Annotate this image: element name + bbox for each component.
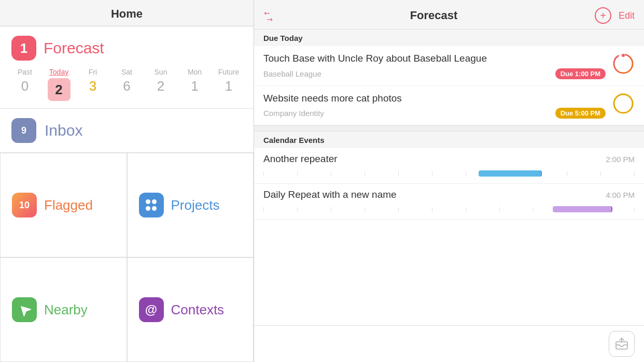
circle-icon-2 [612,92,635,115]
task-content-1: Touch Base with Uncle Roy about Baseball… [263,52,606,79]
day-col-mon[interactable]: Mon 1 [181,68,208,94]
right-header: ↖ ↘ Forecast + Edit [254,0,644,30]
grid-cell-contexts[interactable]: @ Contexts [127,257,254,362]
flagged-badge-num: 10 [19,200,30,211]
forecast-badge: 1 [11,36,36,61]
due-today-label: Due Today [263,34,303,42]
cal-time-1: 2:00 PM [606,155,635,164]
edit-button[interactable]: Edit [619,10,635,21]
timeline-bar-1 [263,169,635,178]
svg-point-3 [622,54,625,57]
tick [398,171,399,176]
cal-item-2[interactable]: Daily Repeat with a new name 4:00 PM [254,184,644,220]
tick [297,171,298,176]
day-label-sun: Sun [155,68,167,76]
inbox-badge: 9 [11,118,36,143]
day-num-mon: 1 [191,78,198,94]
header-actions: + Edit [595,7,635,24]
day-col-sat[interactable]: Sat 6 [114,68,141,94]
grid-cell-flagged[interactable]: 10 Flagged [0,153,127,257]
inbox-action-button[interactable] [609,331,635,357]
day-num-past: 0 [21,78,29,94]
grid-cell-projects[interactable]: Projects [127,153,254,257]
task-item-2[interactable]: Website needs more cat photos Company Id… [254,86,644,126]
day-col-future[interactable]: Future 1 [215,68,242,94]
left-header: Home [0,0,254,26]
flagged-badge: 10 [12,193,37,218]
projects-dots-icon [146,199,157,211]
day-col-today[interactable]: Today 2 [46,68,73,101]
event-bar-2 [553,206,612,212]
tick [432,171,432,176]
inbox-row[interactable]: 9 Inbox [0,109,254,153]
dot3 [146,206,150,211]
cal-item-header-1: Another repeater 2:00 PM [263,153,635,165]
projects-badge [139,193,164,218]
flagged-label: Flagged [44,197,93,213]
right-header-title: Forecast [273,9,595,22]
event-bar-1 [479,170,542,177]
add-button[interactable]: + [595,7,611,24]
tick [600,171,601,176]
tick [567,171,567,176]
contexts-label: Contexts [171,302,225,318]
day-col-past[interactable]: Past 0 [11,68,38,94]
tick [634,171,635,176]
dot1 [146,199,150,204]
svg-point-2 [614,54,633,73]
svg-marker-0 [18,303,31,316]
nearby-badge [12,297,37,322]
day-num-sun: 2 [157,78,164,94]
due-badge-1: Due 1:00 PM [555,68,606,79]
tick [365,171,365,176]
day-num-fri: 3 [89,78,96,94]
right-panel: ↖ ↘ Forecast + Edit Due Today Touch Base… [254,0,644,362]
forecast-label: Forecast [44,39,104,57]
cal-title-1: Another repeater [263,153,338,165]
cal-title-2: Daily Repeat with a new name [263,189,397,200]
task-project-1: Baseball League [263,69,321,78]
nearby-icon [18,303,31,316]
task-title-1: Touch Base with Uncle Roy about Baseball… [263,52,606,65]
task-footer-2: Company Identity Due 5:00 PM [263,108,606,119]
calendar-label: Calendar Events [263,136,325,144]
tick [263,171,264,176]
day-col-sun[interactable]: Sun 2 [147,68,174,94]
tick [365,207,365,211]
separator [254,125,644,132]
grid-cell-nearby[interactable]: Nearby [0,257,127,362]
cal-item-1[interactable]: Another repeater 2:00 PM [254,148,644,184]
due-badge-2: Due 5:00 PM [555,108,606,119]
tick [297,207,298,211]
svg-rect-5 [616,342,627,349]
forecast-row[interactable]: 1 Forecast Past 0 Today 2 Fri 3 Sat 6 [0,26,254,109]
grid-2x2: 10 Flagged Projects Nearby [0,153,254,362]
timeline-ticks-1 [263,171,635,176]
left-title: Home [111,7,143,20]
dot4 [152,206,157,211]
day-num-sat: 6 [123,78,130,94]
day-col-fri[interactable]: Fri 3 [79,68,106,94]
task-item-1[interactable]: Touch Base with Uncle Roy about Baseball… [254,46,644,86]
tick [499,207,500,211]
task-footer-1: Baseball League Due 1:00 PM [263,68,606,79]
contexts-badge: @ [139,297,164,322]
nearby-label: Nearby [44,302,88,318]
day-label-future: Future [218,68,239,76]
day-label-past: Past [18,68,32,76]
forecast-top: 1 Forecast [11,36,242,61]
task-content-2: Website needs more cat photos Company Id… [263,92,606,119]
svg-point-4 [614,94,633,113]
left-panel: Home 1 Forecast Past 0 Today 2 Fri 3 [0,0,254,362]
day-label-fri: Fri [89,68,97,76]
day-num-future: 1 [225,78,232,94]
tick [331,171,331,176]
due-today-section-header: Due Today [254,30,644,46]
tick [466,171,466,176]
cal-time-2: 4:00 PM [606,191,635,199]
calendar-section-header: Calendar Events [254,132,644,148]
tick [331,207,331,211]
expand-icon: ↖ ↘ [263,8,273,23]
day-label-today: Today [49,68,68,76]
tick [398,207,399,211]
